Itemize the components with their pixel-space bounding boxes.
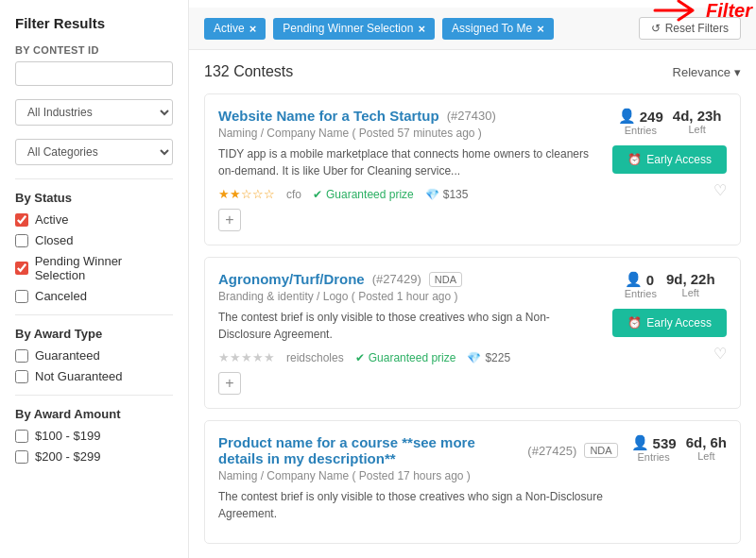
contest-title-2[interactable]: Agronomy/Turf/Drone: [218, 271, 365, 287]
contest-id-label: By Contest ID: [15, 44, 173, 56]
industry-section: All Industries Technology Healthcare: [15, 99, 173, 126]
award-not-guaranteed[interactable]: Not Guaranteed: [15, 369, 173, 383]
status-active[interactable]: Active: [15, 212, 173, 227]
posted-3: Posted 17 hours ago: [359, 469, 464, 482]
entries-num-1: 👤 249: [618, 108, 663, 125]
time-num-2: 9d, 22h: [666, 271, 715, 287]
card-side-3: 👤 539 Entries 6d, 6h Left: [631, 434, 727, 530]
card-title-row-2: Agronomy/Turf/Drone (#27429) NDA: [218, 271, 599, 287]
category-section: All Categories Naming Branding: [15, 139, 173, 165]
author-2: reidscholes: [286, 351, 344, 364]
award-not-guaranteed-checkbox[interactable]: [15, 370, 28, 383]
contest-id-input[interactable]: [15, 61, 173, 86]
person-icon-2: 👤: [625, 271, 643, 288]
award-amount-title: By Award Amount: [15, 407, 173, 421]
contest-card-2: Agronomy/Turf/Drone (#27429) NDA Brandin…: [204, 257, 741, 409]
status-closed-checkbox[interactable]: [15, 234, 28, 247]
early-access-button-1[interactable]: ⏰ Early Access: [612, 145, 727, 174]
sort-button[interactable]: Relevance ▾: [673, 65, 741, 79]
sidebar: Filter Results By Contest ID All Industr…: [0, 0, 189, 558]
status-active-checkbox[interactable]: [15, 213, 28, 227]
prize-amount-1: $135: [443, 188, 469, 201]
expand-button-2[interactable]: +: [218, 372, 241, 395]
early-access-button-2[interactable]: ⏰ Early Access: [612, 309, 727, 337]
card-title-row-1: Website Name for a Tech Startup (#27430): [218, 108, 599, 124]
tag-pending-close[interactable]: ×: [418, 22, 425, 36]
clock-icon-2: ⏰: [627, 316, 642, 330]
card-stats-3: 👤 539 Entries 6d, 6h Left: [631, 434, 727, 463]
time-box-1: 4d, 23h Left: [673, 108, 722, 136]
tag-active[interactable]: Active ×: [204, 18, 266, 40]
tag-assigned-close[interactable]: ×: [537, 22, 544, 36]
category-select[interactable]: All Categories Naming Branding: [15, 139, 173, 165]
top-bar: Active × Pending Winner Selection × Assi…: [189, 8, 756, 50]
like-button-1[interactable]: ♡: [713, 181, 727, 199]
status-section-title: By Status: [15, 191, 173, 205]
status-closed[interactable]: Closed: [15, 233, 173, 247]
tag-active-close[interactable]: ×: [249, 22, 257, 36]
award-guaranteed-checkbox[interactable]: [15, 349, 28, 363]
entries-num-2: 👤 0: [625, 271, 657, 288]
contest-card-1: Website Name for a Tech Startup (#27430)…: [204, 93, 741, 245]
like-button-2[interactable]: ♡: [713, 345, 727, 363]
entries-box-2: 👤 0 Entries: [625, 271, 657, 299]
amount-100-199[interactable]: $100 - $199: [15, 429, 173, 443]
amount-200-299-checkbox[interactable]: [15, 450, 28, 464]
card-subtitle-2: Branding & identity / Logo ( Posted 1 ho…: [218, 290, 599, 303]
industry-select[interactable]: All Industries Technology Healthcare: [15, 99, 173, 126]
prize-1: 💎 $135: [425, 188, 469, 201]
time-label-2: Left: [666, 287, 715, 298]
time-label-1: Left: [673, 124, 722, 135]
person-icon-1: 👤: [618, 108, 636, 125]
tag-pending[interactable]: Pending Winner Selection ×: [273, 18, 435, 40]
status-canceled-checkbox[interactable]: [15, 290, 28, 303]
divider-3: [15, 395, 173, 396]
app-container: Filter Results By Contest ID All Industr…: [0, 0, 756, 558]
check-icon-1: ✔: [313, 188, 322, 201]
expand-button-1[interactable]: +: [218, 209, 241, 231]
sidebar-title: Filter Results: [15, 15, 173, 31]
tag-pending-label: Pending Winner Selection: [283, 22, 413, 35]
amount-100-199-checkbox[interactable]: [15, 430, 28, 443]
guaranteed-label-1: Guaranteed prize: [326, 188, 414, 201]
award-guaranteed[interactable]: Guaranteed: [15, 348, 173, 363]
entries-num-3: 👤 539: [631, 434, 677, 451]
card-body-2: Agronomy/Turf/Drone (#27429) NDA Brandin…: [218, 271, 599, 395]
card-stats-1: 👤 249 Entries 4d, 23h Left: [612, 108, 727, 136]
amount-200-299-label: $200 - $299: [35, 449, 100, 464]
contest-title-3[interactable]: Product name for a course **see more det…: [218, 434, 520, 466]
clock-icon-1: ⏰: [627, 153, 642, 166]
time-box-2: 9d, 22h Left: [666, 271, 715, 299]
entries-label-2: Entries: [625, 288, 657, 299]
guaranteed-2: ✔ Guaranteed prize: [355, 351, 456, 364]
contest-id-1: (#27430): [447, 109, 496, 123]
amount-200-299[interactable]: $200 - $299: [15, 449, 173, 464]
divider-1: [15, 178, 173, 179]
status-canceled[interactable]: Canceled: [15, 289, 173, 303]
award-guaranteed-label: Guaranteed: [35, 348, 100, 363]
status-active-label: Active: [35, 212, 68, 227]
diamond-icon-2: 💎: [467, 351, 481, 364]
contest-title-1[interactable]: Website Name for a Tech Startup: [218, 108, 439, 124]
time-label-3: Left: [686, 450, 727, 462]
check-icon-2: ✔: [355, 351, 365, 364]
reset-icon: ↺: [651, 22, 661, 35]
results-area: 132 Contests Relevance ▾ Website Name fo…: [189, 50, 756, 558]
status-pending-label: Pending Winner Selection: [35, 254, 173, 282]
tag-assigned[interactable]: Assigned To Me ×: [442, 18, 554, 40]
time-box-3: 6d, 6h Left: [686, 434, 727, 463]
card-title-row-3: Product name for a course **see more det…: [218, 434, 618, 466]
posted-2: Posted 1 hour ago: [358, 290, 451, 303]
card-desc-3: The contest brief is only visible to tho…: [218, 488, 618, 522]
status-pending[interactable]: Pending Winner Selection: [15, 254, 173, 282]
reset-filters-button[interactable]: ↺ Reset Filters: [639, 17, 741, 40]
chevron-down-icon: ▾: [734, 65, 741, 79]
top-bar-wrapper: Filter Active × Pending Winner Selection…: [189, 0, 756, 50]
tag-assigned-label: Assigned To Me: [452, 22, 532, 35]
entries-box-1: 👤 249 Entries: [618, 108, 663, 136]
person-icon-3: 👤: [631, 434, 649, 451]
card-side-1: 👤 249 Entries 4d, 23h Left ⏰ Early Acces…: [612, 108, 727, 231]
status-pending-checkbox[interactable]: [15, 262, 28, 275]
category-1: Naming / Company Name: [218, 127, 349, 140]
star-rating-1: ★★☆☆☆: [218, 187, 275, 201]
